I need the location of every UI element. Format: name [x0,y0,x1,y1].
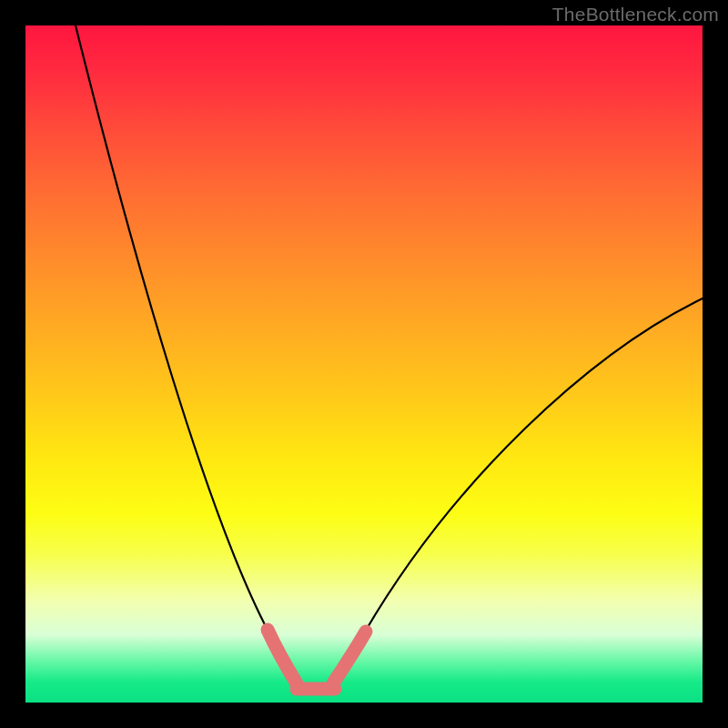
curve-layer [25,25,703,703]
highlight-left-descent [268,630,297,683]
chart-frame: TheBottleneck.com [0,0,728,728]
highlight-right-rise [333,632,366,683]
bottleneck-curve [76,25,703,684]
plot-area [25,25,703,703]
watermark-text: TheBottleneck.com [552,4,719,25]
